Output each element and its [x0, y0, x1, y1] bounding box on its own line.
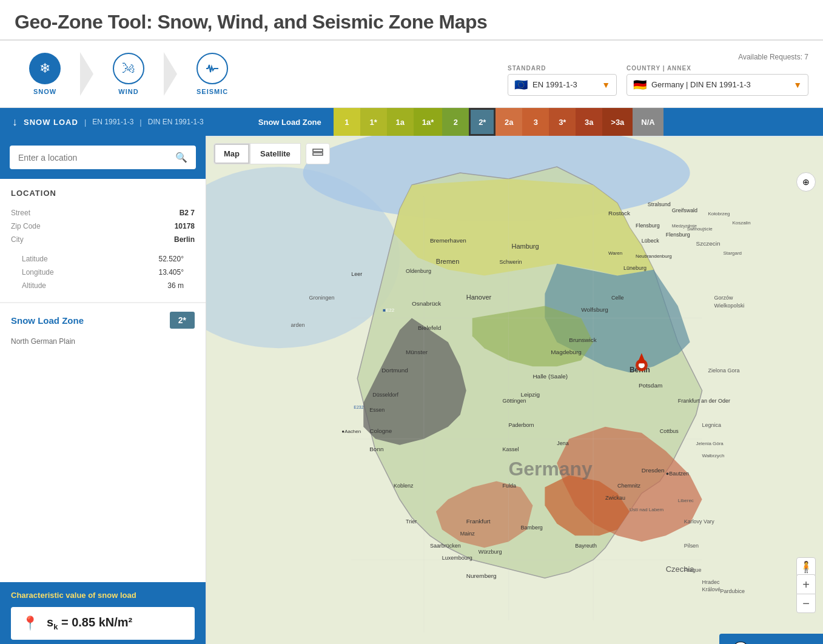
zipcode-label: Zip Code: [11, 222, 41, 230]
svg-text:Jelenia Góra: Jelenia Góra: [696, 441, 724, 446]
country-flag: 🇩🇪: [633, 78, 647, 92]
snow-tab-label: SNOW: [33, 88, 56, 95]
zone-cell-1a[interactable]: 1a: [387, 108, 414, 136]
svg-text:Koblenz: Koblenz: [394, 483, 414, 489]
svg-text:Düsseldorf: Düsseldorf: [372, 392, 398, 398]
svg-text:Göttingen: Göttingen: [503, 398, 526, 404]
search-input[interactable]: [18, 153, 170, 163]
svg-text:Wolfsburg: Wolfsburg: [581, 306, 608, 313]
city-label: City: [11, 235, 24, 244]
satellite-btn[interactable]: Satellite: [250, 143, 301, 164]
available-requests: Available Requests: 7: [508, 53, 808, 61]
zone-cell-3[interactable]: 3: [522, 108, 549, 136]
standard-selector-group: STANDARD 🇪🇺 EN 1991-1-3 ▼: [508, 65, 617, 96]
svg-text:Oldenburg: Oldenburg: [406, 268, 431, 274]
svg-text:Groningen: Groningen: [309, 295, 335, 301]
sep2: |: [139, 118, 141, 127]
map-extra-btn[interactable]: [306, 143, 330, 164]
map-controls: Map Satellite: [213, 143, 330, 164]
svg-text:Králové: Králové: [702, 586, 721, 592]
svg-text:Leipzig: Leipzig: [520, 391, 540, 398]
svg-text:Münster: Münster: [406, 349, 428, 355]
svg-text:Saarbrücken: Saarbrücken: [430, 543, 461, 549]
char-value-title: Characteristic value of snow load: [11, 591, 195, 600]
country-value: Germany | DIN EN 1991-1-3: [651, 80, 788, 89]
zoom-in-button[interactable]: +: [796, 574, 816, 594]
zone-cell-1star[interactable]: 1*: [360, 108, 387, 136]
svg-text:Neubrandenburg: Neubrandenburg: [636, 253, 672, 259]
zone-cell-1astar[interactable]: 1a*: [414, 108, 443, 136]
tab-arrow: [80, 52, 93, 96]
compass-icon[interactable]: ⊕: [796, 172, 816, 192]
search-box[interactable]: 🔍: [10, 146, 196, 169]
standard-chevron-icon: ▼: [602, 80, 610, 90]
zone-cell-3a[interactable]: 3a: [576, 108, 602, 136]
country-dropdown[interactable]: 🇩🇪 Germany | DIN EN 1991-1-3 ▼: [626, 74, 808, 96]
standard-ref: EN 1991-1-3: [92, 118, 133, 126]
svg-text:Bamberg: Bamberg: [520, 525, 542, 531]
street-label: Street: [11, 209, 30, 217]
svg-text:Wielkopolski: Wielkopolski: [714, 303, 745, 309]
svg-text:Nuremberg: Nuremberg: [466, 572, 497, 579]
svg-text:Osnabrück: Osnabrück: [412, 300, 441, 307]
map-svg[interactable]: Hamburg Schwerin Bremerhaven Bremen Hano…: [206, 136, 823, 644]
location-title: LOCATION: [11, 189, 195, 198]
svg-text:Zwickau: Zwickau: [605, 495, 625, 501]
svg-text:E232: E232: [354, 405, 363, 409]
altitude-value: 36 m: [167, 281, 184, 290]
svg-text:Flensburg: Flensburg: [636, 223, 660, 229]
zone-cell-2[interactable]: 2: [442, 108, 469, 136]
tab-arrow-2: [164, 52, 177, 96]
svg-text:Prague: Prague: [684, 567, 702, 573]
map-area: Hamburg Schwerin Bremerhaven Bremen Hano…: [206, 136, 823, 644]
zoom-controls: + −: [796, 574, 816, 613]
svg-text:Fulda: Fulda: [503, 483, 516, 489]
zone-cell-3star[interactable]: 3*: [549, 108, 576, 136]
standard-dropdown[interactable]: 🇪🇺 EN 1991-1-3 ▼: [508, 74, 617, 96]
zone-cell-gt3a[interactable]: >3a: [602, 108, 633, 136]
latitude-label: Latitude: [22, 255, 48, 263]
svg-text:Chemnitz: Chemnitz: [617, 483, 640, 489]
location-section: LOCATION Street B2 7 Zip Code 10178 City…: [0, 179, 206, 303]
svg-text:Pilsen: Pilsen: [684, 543, 699, 549]
svg-text:Koszalin: Koszalin: [732, 220, 750, 226]
snow-zone-result-label: Snow Load Zone: [11, 315, 84, 326]
standard-label: STANDARD: [508, 65, 617, 72]
seismic-icon-circle: [197, 53, 228, 84]
svg-text:Celle: Celle: [611, 295, 623, 301]
tab-snow[interactable]: ❄ SNOW: [15, 48, 75, 100]
snow-icon-circle: ❄: [29, 53, 61, 84]
zone-cell-1[interactable]: 1: [334, 108, 360, 136]
svg-text:●Bautzen: ●Bautzen: [666, 471, 689, 477]
chat-button[interactable]: 💬 Chat With Us: [719, 634, 823, 644]
tab-seismic[interactable]: SEISMIC: [182, 48, 243, 100]
svg-text:Flensburg: Flensburg: [666, 232, 690, 238]
svg-text:Bielefeld: Bielefeld: [418, 324, 441, 331]
char-value-section: Characteristic value of snow load 📍 sk =…: [0, 582, 206, 644]
svg-text:Frankfurt an der Oder: Frankfurt an der Oder: [678, 398, 730, 404]
selectors-area: Available Requests: 7 STANDARD 🇪🇺 EN 199…: [508, 53, 808, 96]
tab-wind[interactable]: 🌬 WIND: [98, 48, 159, 100]
standard-flag: 🇪🇺: [514, 78, 528, 92]
svg-text:Karlovy Vary: Karlovy Vary: [684, 518, 715, 525]
map-btn[interactable]: Map: [213, 143, 250, 164]
svg-text:Gorzów: Gorzów: [714, 295, 733, 301]
zipcode-value: 10178: [175, 222, 195, 230]
zoom-out-button[interactable]: −: [796, 594, 816, 613]
char-value-box: 📍 sk = 0.85 kN/m²: [11, 607, 195, 640]
svg-text:Dortmund: Dortmund: [381, 367, 408, 374]
zone-cell-na[interactable]: N/A: [633, 108, 663, 136]
svg-text:Dresden: Dresden: [642, 467, 665, 474]
page-title: Geo-Zone Tool: Snow, Wind, and Seismic Z…: [15, 11, 808, 33]
svg-text:Essen: Essen: [369, 407, 385, 413]
svg-text:Stralsund: Stralsund: [648, 201, 671, 207]
street-row: Street B2 7: [11, 206, 195, 220]
svg-text:Jena: Jena: [557, 440, 568, 446]
svg-text:Potsdam: Potsdam: [639, 382, 662, 389]
svg-text:Trier: Trier: [406, 518, 417, 525]
snow-load-icon: ↓: [12, 116, 18, 129]
svg-text:Bayreuth: Bayreuth: [575, 543, 597, 549]
zone-cell-2a[interactable]: 2a: [495, 108, 522, 136]
svg-text:Kołobrzeg: Kołobrzeg: [708, 211, 730, 216]
zone-cell-2star[interactable]: 2*: [469, 108, 495, 136]
